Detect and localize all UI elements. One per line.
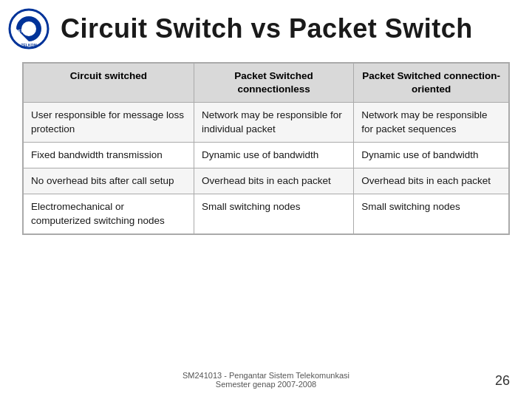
page-number: 26 xyxy=(495,373,510,389)
col-header-connection-oriented: Packet Switched connection-oriented xyxy=(354,64,509,103)
row4-col2: Small switching nodes xyxy=(194,194,353,233)
footer-text: SM241013 - Pengantar Sistem Telekomunkas… xyxy=(183,371,349,389)
row1-col1: User responsible for message loss protec… xyxy=(24,103,194,142)
table-row: No overhead bits after call setup Overhe… xyxy=(24,168,509,194)
row3-col3: Overhead bits in each packet xyxy=(354,168,509,194)
table-row: Electromechanical or computerized switch… xyxy=(24,194,509,233)
header: TELKOM STMB Circuit Switch vs Packet Swi… xyxy=(0,0,532,56)
svg-text:TELKOM: TELKOM xyxy=(21,43,36,47)
table-header-row: Circuit switched Packet Switched connect… xyxy=(24,64,509,103)
table-row: User responsible for message loss protec… xyxy=(24,103,509,142)
row2-col3: Dynamic use of bandwidth xyxy=(354,142,509,168)
row1-col3: Network may be responsible for packet se… xyxy=(354,103,509,142)
col-header-circuit: Circuit switched xyxy=(24,64,194,103)
page-title: Circuit Switch vs Packet Switch xyxy=(61,13,473,44)
footer: SM241013 - Pengantar Sistem Telekomunkas… xyxy=(0,371,532,389)
table-row: Fixed bandwidth transmission Dynamic use… xyxy=(24,142,509,168)
row3-col1: No overhead bits after call setup xyxy=(24,168,194,194)
col-header-connectionless: Packet Switched connectionless xyxy=(194,64,353,103)
row4-col3: Small switching nodes xyxy=(354,194,509,233)
row3-col2: Overhead bits in each packet xyxy=(194,168,353,194)
svg-text:STMB: STMB xyxy=(18,29,30,33)
comparison-table: Circuit switched Packet Switched connect… xyxy=(23,63,509,234)
comparison-table-container: Circuit switched Packet Switched connect… xyxy=(22,62,510,235)
row2-col2: Dynamic use of bandwidth xyxy=(194,142,353,168)
row1-col2: Network may be responsible for individua… xyxy=(194,103,353,142)
row2-col1: Fixed bandwidth transmission xyxy=(24,142,194,168)
logo: TELKOM STMB xyxy=(7,7,50,50)
row4-col1: Electromechanical or computerized switch… xyxy=(24,194,194,233)
